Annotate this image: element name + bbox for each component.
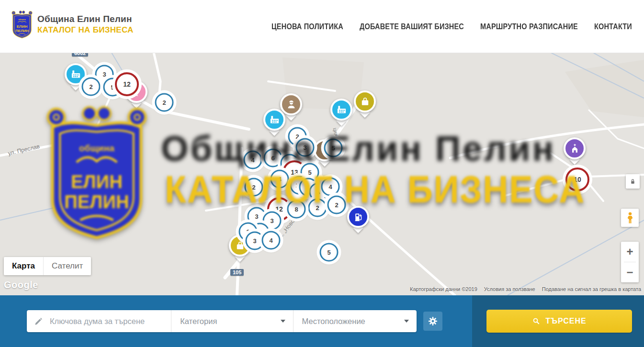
- chevron-down-icon: [404, 320, 409, 323]
- category-select-value: Категория: [180, 317, 217, 326]
- cluster-marker[interactable]: 10: [565, 168, 589, 191]
- worker-icon: [286, 99, 297, 110]
- municipal-crest-icon: община ЕЛИН ПЕЛИН: [11, 10, 34, 39]
- attribution-data: Картографски данни ©2019: [410, 286, 477, 292]
- nav-item-add-business[interactable]: ДОБАВЕТЕ ВАШИЯТ БИЗНЕС: [360, 22, 464, 31]
- factory-icon: [336, 104, 347, 115]
- google-logo[interactable]: Google: [4, 280, 38, 291]
- logo-title: Община Елин Пелин: [37, 14, 134, 24]
- cluster-marker[interactable]: 2: [308, 199, 327, 217]
- cluster-marker[interactable]: 6: [264, 149, 282, 168]
- cluster-marker[interactable]: 2: [82, 78, 101, 96]
- crest-word-1: ЕЛИН: [17, 24, 28, 29]
- factory-pin-marker[interactable]: [263, 109, 285, 131]
- gear-icon: [428, 316, 438, 326]
- nav-item-contacts[interactable]: КОНТАКТИ: [594, 22, 632, 31]
- cluster-marker[interactable]: 8: [287, 200, 306, 219]
- zoom-out-button[interactable]: −: [621, 262, 639, 282]
- crest-word-top: община: [18, 18, 26, 21]
- cluster-marker[interactable]: 5: [324, 139, 343, 157]
- factory-icon: [269, 114, 280, 125]
- search-icon: [532, 317, 541, 325]
- advanced-settings-button[interactable]: [423, 312, 442, 331]
- crest-word-2: ПЕЛИН: [15, 29, 29, 33]
- map-type-map-button[interactable]: Карта: [4, 257, 44, 275]
- fuel-icon: [353, 212, 364, 223]
- cluster-marker[interactable]: 4: [244, 151, 262, 169]
- keyword-search-input[interactable]: [49, 316, 166, 326]
- fuel-pin-marker[interactable]: [347, 206, 369, 228]
- keyword-field-wrap: [27, 310, 171, 332]
- search-bar: Категория Местоположение ТЪ: [0, 295, 644, 347]
- logo-text: Община Елин Пелин КАТАЛОГ НА БИЗНЕСА: [37, 14, 134, 35]
- site-logo[interactable]: община ЕЛИН ПЕЛИН Община Елин Пелин КАТА…: [11, 10, 134, 39]
- cluster-marker[interactable]: 2: [328, 196, 346, 214]
- map-canvas[interactable]: 6002 105 ул. Преслав бул. „Новосел ция 3…: [0, 53, 644, 295]
- factory-pin-marker[interactable]: [330, 99, 352, 121]
- chevron-down-icon: [281, 320, 285, 323]
- cluster-marker[interactable]: 4: [262, 231, 281, 250]
- search-button-label: ТЪРСЕНЕ: [545, 317, 586, 325]
- nav-item-pricing[interactable]: ЦЕНОВА ПОЛИТИКА: [271, 22, 343, 31]
- bag-pin-marker[interactable]: [354, 90, 376, 112]
- cluster-marker[interactable]: 12: [115, 72, 139, 96]
- search-button[interactable]: ТЪРСЕНЕ: [486, 310, 632, 333]
- pegman-icon: [624, 212, 636, 224]
- map-type-satellite-button[interactable]: Сателит: [44, 257, 91, 275]
- cluster-marker[interactable]: 5: [320, 243, 339, 262]
- logo-subtitle: КАТАЛОГ НА БИЗНЕСА: [37, 25, 134, 35]
- zoom-in-button[interactable]: +: [621, 242, 639, 262]
- attribution-report-link[interactable]: Подаване на сигнал за грешка в картата: [542, 286, 641, 292]
- category-select[interactable]: Категория: [171, 310, 293, 332]
- cluster-marker[interactable]: 3: [296, 138, 315, 157]
- lock-icon: [629, 178, 637, 186]
- cluster-marker[interactable]: 4: [271, 170, 289, 189]
- pencil-icon: [34, 317, 43, 326]
- main-navigation: ЦЕНОВА ПОЛИТИКА ДОБАВЕТЕ ВАШИЯТ БИЗНЕС М…: [271, 0, 632, 53]
- cluster-marker[interactable]: 2: [245, 178, 263, 197]
- church-pin-marker[interactable]: [564, 137, 586, 159]
- route-badge: 105: [230, 269, 244, 276]
- map-type-control: Карта Сателит: [4, 257, 91, 275]
- bag-icon: [360, 96, 371, 107]
- zoom-control: + −: [621, 242, 639, 282]
- lock-button[interactable]: [626, 174, 640, 189]
- cluster-marker[interactable]: 4: [321, 178, 340, 196]
- cluster-marker[interactable]: 2: [155, 93, 174, 112]
- map-attribution: Картографски данни ©2019 Условия за полз…: [410, 286, 641, 292]
- search-fields-group: Категория Местоположение: [27, 310, 417, 332]
- location-select-value: Местоположение: [302, 317, 365, 326]
- church-icon: [569, 143, 580, 154]
- route-badge: 6002: [72, 53, 88, 56]
- factory-icon: [70, 69, 81, 80]
- bag-icon: [235, 240, 246, 251]
- attribution-terms-link[interactable]: Условия за ползване: [484, 286, 535, 292]
- nav-item-route-schedule[interactable]: МАРШРУТНО РАЗПИСАНИЕ: [480, 22, 578, 31]
- pegman-button[interactable]: [621, 209, 639, 227]
- header: община ЕЛИН ПЕЛИН Община Елин Пелин КАТА…: [0, 0, 644, 53]
- location-select[interactable]: Местоположение: [294, 310, 417, 332]
